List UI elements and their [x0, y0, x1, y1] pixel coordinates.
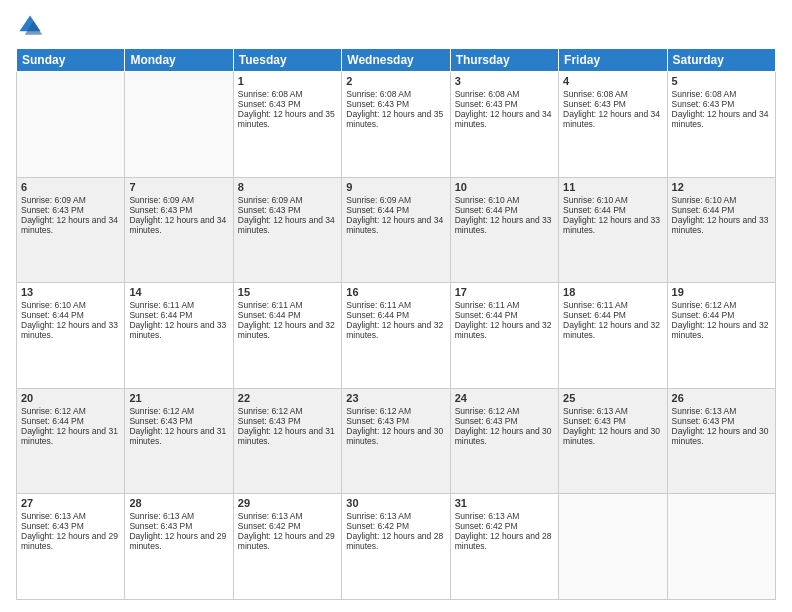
- logo: [16, 12, 48, 40]
- daylight-text: Daylight: 12 hours and 32 minutes.: [238, 320, 337, 340]
- sunrise-text: Sunrise: 6:11 AM: [455, 300, 554, 310]
- calendar-cell: 26Sunrise: 6:13 AMSunset: 6:43 PMDayligh…: [667, 388, 775, 494]
- calendar-cell: 4Sunrise: 6:08 AMSunset: 6:43 PMDaylight…: [559, 72, 667, 178]
- sunset-text: Sunset: 6:44 PM: [21, 310, 120, 320]
- daylight-text: Daylight: 12 hours and 30 minutes.: [346, 426, 445, 446]
- sunrise-text: Sunrise: 6:13 AM: [21, 511, 120, 521]
- sunrise-text: Sunrise: 6:12 AM: [455, 406, 554, 416]
- calendar-week-4: 20Sunrise: 6:12 AMSunset: 6:44 PMDayligh…: [17, 388, 776, 494]
- day-number: 13: [21, 286, 120, 298]
- daylight-text: Daylight: 12 hours and 33 minutes.: [455, 215, 554, 235]
- calendar-cell: 17Sunrise: 6:11 AMSunset: 6:44 PMDayligh…: [450, 283, 558, 389]
- day-number: 5: [672, 75, 771, 87]
- day-number: 20: [21, 392, 120, 404]
- calendar-cell: 19Sunrise: 6:12 AMSunset: 6:44 PMDayligh…: [667, 283, 775, 389]
- daylight-text: Daylight: 12 hours and 32 minutes.: [455, 320, 554, 340]
- sunset-text: Sunset: 6:43 PM: [129, 521, 228, 531]
- calendar-cell: 22Sunrise: 6:12 AMSunset: 6:43 PMDayligh…: [233, 388, 341, 494]
- calendar-week-3: 13Sunrise: 6:10 AMSunset: 6:44 PMDayligh…: [17, 283, 776, 389]
- daylight-text: Daylight: 12 hours and 35 minutes.: [346, 109, 445, 129]
- calendar-cell: 2Sunrise: 6:08 AMSunset: 6:43 PMDaylight…: [342, 72, 450, 178]
- sunrise-text: Sunrise: 6:08 AM: [672, 89, 771, 99]
- daylight-text: Daylight: 12 hours and 29 minutes.: [21, 531, 120, 551]
- day-number: 28: [129, 497, 228, 509]
- sunrise-text: Sunrise: 6:09 AM: [129, 195, 228, 205]
- sunset-text: Sunset: 6:44 PM: [346, 310, 445, 320]
- sunrise-text: Sunrise: 6:08 AM: [563, 89, 662, 99]
- calendar-cell: 14Sunrise: 6:11 AMSunset: 6:44 PMDayligh…: [125, 283, 233, 389]
- sunset-text: Sunset: 6:43 PM: [21, 205, 120, 215]
- calendar-cell: 25Sunrise: 6:13 AMSunset: 6:43 PMDayligh…: [559, 388, 667, 494]
- calendar-cell: [125, 72, 233, 178]
- day-number: 4: [563, 75, 662, 87]
- daylight-text: Daylight: 12 hours and 28 minutes.: [455, 531, 554, 551]
- calendar: SundayMondayTuesdayWednesdayThursdayFrid…: [16, 48, 776, 600]
- day-number: 26: [672, 392, 771, 404]
- day-number: 18: [563, 286, 662, 298]
- calendar-cell: 6Sunrise: 6:09 AMSunset: 6:43 PMDaylight…: [17, 177, 125, 283]
- daylight-text: Daylight: 12 hours and 30 minutes.: [563, 426, 662, 446]
- sunset-text: Sunset: 6:44 PM: [563, 205, 662, 215]
- day-number: 25: [563, 392, 662, 404]
- sunrise-text: Sunrise: 6:08 AM: [238, 89, 337, 99]
- sunset-text: Sunset: 6:43 PM: [238, 416, 337, 426]
- sunrise-text: Sunrise: 6:09 AM: [21, 195, 120, 205]
- calendar-cell: [17, 72, 125, 178]
- sunrise-text: Sunrise: 6:12 AM: [672, 300, 771, 310]
- sunrise-text: Sunrise: 6:12 AM: [129, 406, 228, 416]
- day-number: 9: [346, 181, 445, 193]
- daylight-text: Daylight: 12 hours and 32 minutes.: [346, 320, 445, 340]
- day-number: 30: [346, 497, 445, 509]
- sunset-text: Sunset: 6:43 PM: [129, 416, 228, 426]
- sunrise-text: Sunrise: 6:10 AM: [455, 195, 554, 205]
- sunset-text: Sunset: 6:43 PM: [455, 416, 554, 426]
- daylight-text: Daylight: 12 hours and 34 minutes.: [346, 215, 445, 235]
- sunrise-text: Sunrise: 6:13 AM: [346, 511, 445, 521]
- calendar-cell: 28Sunrise: 6:13 AMSunset: 6:43 PMDayligh…: [125, 494, 233, 600]
- sunset-text: Sunset: 6:42 PM: [455, 521, 554, 531]
- calendar-header-row: SundayMondayTuesdayWednesdayThursdayFrid…: [17, 49, 776, 72]
- sunset-text: Sunset: 6:43 PM: [129, 205, 228, 215]
- sunrise-text: Sunrise: 6:10 AM: [21, 300, 120, 310]
- sunrise-text: Sunrise: 6:11 AM: [346, 300, 445, 310]
- sunrise-text: Sunrise: 6:11 AM: [129, 300, 228, 310]
- daylight-text: Daylight: 12 hours and 32 minutes.: [563, 320, 662, 340]
- sunrise-text: Sunrise: 6:12 AM: [346, 406, 445, 416]
- day-number: 6: [21, 181, 120, 193]
- sunset-text: Sunset: 6:44 PM: [672, 205, 771, 215]
- day-number: 7: [129, 181, 228, 193]
- calendar-cell: 23Sunrise: 6:12 AMSunset: 6:43 PMDayligh…: [342, 388, 450, 494]
- day-header-thursday: Thursday: [450, 49, 558, 72]
- day-number: 29: [238, 497, 337, 509]
- sunset-text: Sunset: 6:44 PM: [346, 205, 445, 215]
- calendar-cell: 10Sunrise: 6:10 AMSunset: 6:44 PMDayligh…: [450, 177, 558, 283]
- sunset-text: Sunset: 6:44 PM: [21, 416, 120, 426]
- day-number: 24: [455, 392, 554, 404]
- sunset-text: Sunset: 6:43 PM: [238, 205, 337, 215]
- day-number: 17: [455, 286, 554, 298]
- daylight-text: Daylight: 12 hours and 31 minutes.: [129, 426, 228, 446]
- calendar-cell: 29Sunrise: 6:13 AMSunset: 6:42 PMDayligh…: [233, 494, 341, 600]
- sunset-text: Sunset: 6:43 PM: [563, 416, 662, 426]
- calendar-cell: 12Sunrise: 6:10 AMSunset: 6:44 PMDayligh…: [667, 177, 775, 283]
- sunrise-text: Sunrise: 6:13 AM: [129, 511, 228, 521]
- day-header-wednesday: Wednesday: [342, 49, 450, 72]
- daylight-text: Daylight: 12 hours and 34 minutes.: [455, 109, 554, 129]
- daylight-text: Daylight: 12 hours and 33 minutes.: [129, 320, 228, 340]
- sunrise-text: Sunrise: 6:13 AM: [455, 511, 554, 521]
- day-header-saturday: Saturday: [667, 49, 775, 72]
- sunset-text: Sunset: 6:43 PM: [346, 416, 445, 426]
- day-number: 10: [455, 181, 554, 193]
- logo-icon: [16, 12, 44, 40]
- sunrise-text: Sunrise: 6:12 AM: [238, 406, 337, 416]
- sunset-text: Sunset: 6:43 PM: [672, 416, 771, 426]
- sunrise-text: Sunrise: 6:10 AM: [563, 195, 662, 205]
- sunset-text: Sunset: 6:44 PM: [563, 310, 662, 320]
- sunrise-text: Sunrise: 6:08 AM: [455, 89, 554, 99]
- calendar-cell: 8Sunrise: 6:09 AMSunset: 6:43 PMDaylight…: [233, 177, 341, 283]
- day-number: 8: [238, 181, 337, 193]
- calendar-cell: 5Sunrise: 6:08 AMSunset: 6:43 PMDaylight…: [667, 72, 775, 178]
- daylight-text: Daylight: 12 hours and 33 minutes.: [672, 215, 771, 235]
- daylight-text: Daylight: 12 hours and 34 minutes.: [238, 215, 337, 235]
- daylight-text: Daylight: 12 hours and 34 minutes.: [563, 109, 662, 129]
